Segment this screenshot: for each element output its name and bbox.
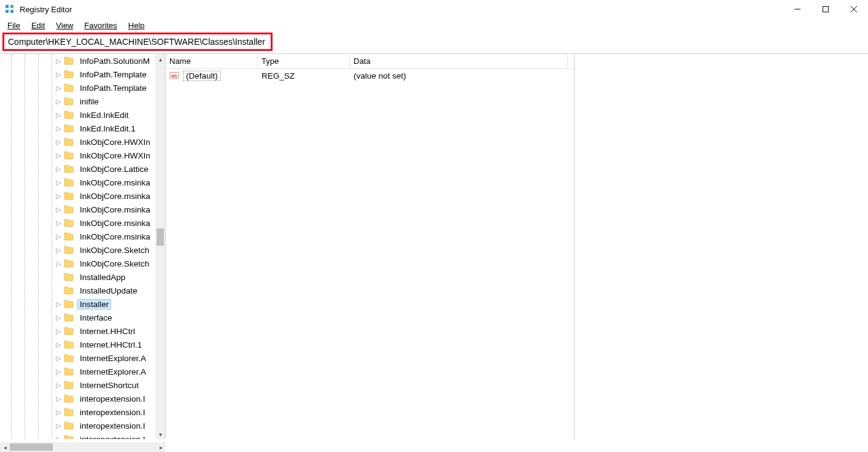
expand-icon[interactable]: ▷	[54, 422, 63, 430]
minimize-button[interactable]	[783, 0, 812, 18]
expand-icon[interactable]: ▷	[54, 260, 63, 268]
tree-item[interactable]: ▷inifile	[0, 95, 155, 108]
tree-item[interactable]: ▷InkObjCore.msinka	[0, 189, 155, 203]
tree-item[interactable]: ▷InkObjCore.msinka	[0, 203, 155, 216]
scroll-down-icon[interactable]: ▾	[155, 429, 165, 439]
tree-item[interactable]: ▷InkObjCore.msinka	[0, 176, 155, 189]
tree-item[interactable]: ▷InkObjCore.Sketch	[0, 257, 155, 270]
expand-icon[interactable]: ▷	[54, 111, 63, 119]
hscroll-thumb[interactable]	[10, 443, 53, 451]
menu-view[interactable]: View	[51, 20, 78, 31]
tree-item[interactable]: InstalledUpdate	[0, 284, 155, 297]
tree-scroll[interactable]: ▷InfoPath.SolutionM▷InfoPath.Template▷In…	[0, 54, 155, 439]
scroll-track[interactable]	[155, 64, 165, 429]
tree-item[interactable]: ▷InkEd.InkEdit.1	[0, 122, 155, 135]
hscroll-track[interactable]	[10, 442, 156, 452]
tree-item[interactable]: InstalledApp	[0, 270, 155, 284]
tree-item[interactable]: ▷interopextension.I	[0, 419, 155, 432]
folder-icon	[64, 327, 74, 335]
scroll-right-icon[interactable]: ▸	[156, 442, 166, 452]
expand-icon[interactable]: ▷	[54, 125, 63, 133]
tree-item[interactable]: ▷InkObjCore.Lattice	[0, 162, 155, 176]
expand-icon[interactable]: ▷	[54, 152, 63, 160]
tree-item[interactable]: ▷InkObjCore.msinka	[0, 230, 155, 243]
expand-icon[interactable]: ▷	[54, 138, 63, 146]
expand-icon[interactable]: ▷	[54, 179, 63, 187]
tree-item-label: interopextension.I	[77, 394, 148, 403]
expand-icon[interactable]: ▷	[54, 165, 63, 173]
menu-favorites[interactable]: Favorites	[79, 20, 122, 31]
tree-item-label: interopextension.I	[77, 421, 148, 431]
expand-icon[interactable]: ▷	[54, 368, 63, 376]
column-type[interactable]: Type	[258, 54, 350, 68]
expand-icon[interactable]: ▷	[54, 84, 63, 92]
folder-icon	[64, 381, 74, 389]
svg-rect-3	[10, 10, 14, 13]
tree-item[interactable]: ▷InfoPath.Template	[0, 81, 155, 95]
tree-item[interactable]: ▷interopextension.I	[0, 432, 155, 439]
tree-item[interactable]: ▷InkObjCore.Sketch	[0, 243, 155, 257]
tree-item[interactable]: ▷InkObjCore.HWXIn	[0, 135, 155, 149]
tree-item[interactable]: ▷InkObjCore.msinka	[0, 216, 155, 230]
expand-icon[interactable]: ▷	[54, 206, 63, 214]
expand-icon[interactable]: ▷	[54, 57, 63, 65]
expand-icon[interactable]: ▷	[54, 219, 63, 227]
column-name[interactable]: Name	[166, 54, 258, 68]
expand-icon[interactable]: ▷	[54, 233, 63, 241]
expand-icon[interactable]: ▷	[54, 71, 63, 79]
expand-icon[interactable]: ▷	[54, 314, 63, 322]
expand-icon[interactable]: ▷	[54, 327, 63, 335]
tree-item-label: InternetShortcut	[77, 381, 141, 390]
tree-item[interactable]: ▷InternetShortcut	[0, 378, 155, 392]
folder-icon	[64, 408, 74, 416]
tree-item[interactable]: ▷Internet.HHCtrl.1	[0, 338, 155, 351]
tree-item[interactable]: ▷interopextension.I	[0, 405, 155, 419]
expand-icon[interactable]: ▷	[54, 300, 63, 308]
menu-file[interactable]: File	[2, 20, 25, 31]
expand-icon[interactable]: ▷	[54, 408, 63, 416]
tree-item-label: InkObjCore.msinka	[77, 205, 153, 214]
expand-icon[interactable]: ▷	[54, 381, 63, 389]
expand-icon[interactable]: ▷	[54, 395, 63, 403]
tree-item-label: InkObjCore.msinka	[77, 178, 153, 187]
expand-icon[interactable]: ▷	[54, 98, 63, 106]
tree-item-label: InkObjCore.msinka	[77, 192, 153, 201]
address-bar[interactable]: Computer\HKEY_LOCAL_MACHINE\SOFTWARE\Cla…	[2, 33, 273, 51]
list-row[interactable]: ab (Default) REG_SZ (value not set)	[166, 69, 574, 82]
tree-item[interactable]: ▷InkEd.InkEdit	[0, 108, 155, 122]
scroll-left-icon[interactable]: ◂	[0, 442, 10, 452]
tree-item[interactable]: ▷InternetExplorer.A	[0, 365, 155, 378]
tree-item[interactable]: ▷InkObjCore.HWXIn	[0, 149, 155, 162]
scroll-up-icon[interactable]: ▴	[155, 54, 165, 64]
menu-help[interactable]: Help	[123, 20, 150, 31]
expand-icon[interactable]: ▷	[54, 354, 63, 362]
close-button[interactable]	[840, 0, 868, 18]
svg-text:ab: ab	[171, 73, 177, 79]
maximize-button[interactable]	[812, 0, 840, 18]
tree-item[interactable]: ▷InfoPath.SolutionM	[0, 54, 155, 68]
tree-item-label: InkObjCore.msinka	[77, 219, 153, 228]
column-data[interactable]: Data	[350, 54, 568, 68]
tree-item[interactable]: ▷Interface	[0, 311, 155, 324]
tree-horizontal-scrollbar[interactable]: ◂ ▸	[0, 442, 166, 452]
tree-item[interactable]: ▷InfoPath.Template	[0, 68, 155, 81]
expand-icon[interactable]: ▷	[54, 192, 63, 200]
folder-icon	[64, 286, 74, 295]
menu-edit[interactable]: Edit	[26, 20, 50, 31]
tree-item-label: InfoPath.Template	[77, 84, 149, 93]
tree-item[interactable]: ▷Internet.HHCtrl	[0, 324, 155, 338]
tree-item[interactable]: ▷InternetExplorer.A	[0, 351, 155, 365]
expand-icon[interactable]: ▷	[54, 435, 63, 440]
scroll-thumb[interactable]	[157, 228, 164, 246]
value-name: (Default)	[183, 71, 221, 81]
tree-guide	[38, 54, 39, 439]
folder-icon	[64, 421, 74, 430]
folder-icon	[64, 84, 74, 92]
tree-item[interactable]: ▷interopextension.I	[0, 392, 155, 405]
tree-guide	[25, 54, 25, 439]
value-type: REG_SZ	[258, 71, 350, 80]
tree-item[interactable]: ▷Installer	[0, 297, 155, 311]
tree-vertical-scrollbar[interactable]: ▴ ▾	[155, 54, 165, 439]
expand-icon[interactable]: ▷	[54, 341, 63, 349]
expand-icon[interactable]: ▷	[54, 246, 63, 254]
